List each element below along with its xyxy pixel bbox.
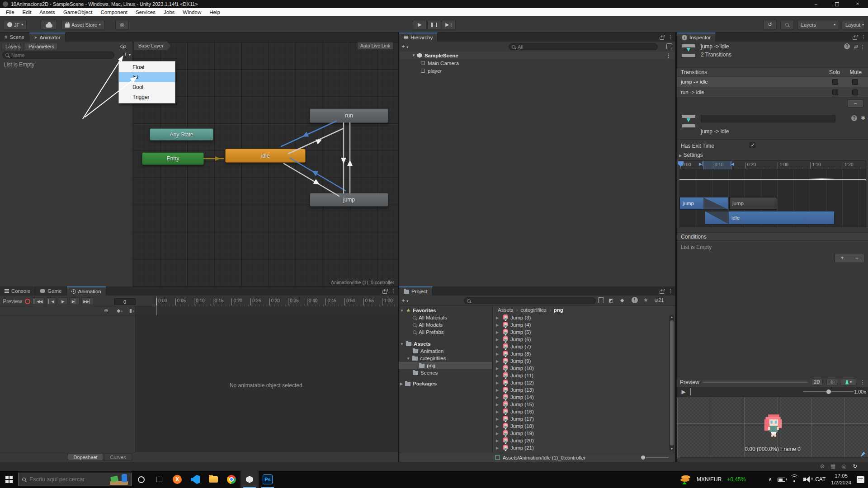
ticker-pair[interactable]: MXN/EUR — [697, 476, 722, 483]
step-button[interactable]: ▶ — [442, 20, 456, 29]
minimize-button[interactable]: – — [806, 0, 826, 8]
expand-arrow-icon[interactable]: ▶ — [496, 446, 500, 450]
solo-checkbox[interactable] — [832, 89, 838, 95]
gear-icon[interactable]: ✱ — [861, 115, 865, 121]
menu-item[interactable]: Edit — [19, 8, 36, 16]
collab-icon[interactable]: ◎ — [842, 463, 846, 469]
kebab-menu-icon[interactable]: ⋮ — [391, 288, 396, 294]
tab-hierarchy[interactable]: Hierarchy — [399, 33, 438, 42]
unity-hub-button[interactable]: ◎ — [115, 20, 129, 29]
thumbnail-size-slider[interactable] — [646, 457, 669, 458]
play-button[interactable]: ▶ — [58, 297, 68, 305]
drag-handle[interactable] — [703, 381, 807, 383]
file-row[interactable]: ▶ Jump (3) — [493, 314, 675, 321]
kebab-menu-icon[interactable]: ⋮ — [860, 44, 865, 50]
unity-taskbar-icon[interactable] — [241, 471, 259, 488]
state-node-idle[interactable]: idle — [225, 149, 306, 163]
parameter-search-input[interactable] — [11, 52, 111, 58]
expand-arrow-icon[interactable]: ▶ — [496, 403, 500, 407]
preview-toggle[interactable]: Preview — [3, 298, 22, 305]
state-node-anystate[interactable]: Any State — [150, 128, 213, 141]
scroll-up-arrow[interactable]: ▲ — [670, 315, 674, 319]
breadcrumb-assets[interactable]: Assets — [498, 307, 514, 313]
file-row[interactable]: ▶ Jump (10) — [493, 365, 675, 372]
hierarchy-search-input[interactable] — [518, 44, 655, 50]
parameters-toggle[interactable]: Parameters — [25, 43, 58, 50]
open-in-window-icon[interactable] — [666, 43, 672, 49]
lock-icon[interactable] — [660, 37, 664, 40]
close-button[interactable]: × — [847, 0, 868, 8]
dopesheet-button[interactable]: Dopesheet — [68, 453, 103, 461]
avatar-icon[interactable]: ▾ — [841, 379, 856, 386]
clock[interactable]: 17:051/2/2024 — [831, 473, 851, 486]
file-row[interactable]: ▶ Jump (4) — [493, 321, 675, 328]
account-button[interactable]: JF▾ — [4, 20, 27, 29]
lock-icon[interactable] — [853, 37, 857, 40]
clip-idle[interactable]: idle — [705, 211, 835, 225]
tree-scenes-folder[interactable]: Scenes — [413, 369, 438, 376]
mute-checkbox[interactable] — [852, 89, 858, 95]
package-manager-icon[interactable]: ▦ — [830, 463, 835, 469]
breadcrumb-png[interactable]: png — [554, 307, 563, 313]
speed-slider-knob[interactable] — [826, 389, 831, 394]
menu-item[interactable]: Window — [179, 8, 205, 16]
expand-arrow-icon[interactable]: ▶ — [496, 352, 500, 356]
warning-icon[interactable]: ! — [632, 297, 638, 303]
eye-icon[interactable] — [120, 45, 126, 48]
kebab-menu-icon[interactable]: ⋮ — [666, 52, 671, 59]
breadcrumb-cutegirlfiles[interactable]: cutegirlfiles — [520, 307, 547, 313]
project-search-input[interactable] — [473, 298, 593, 304]
hierarchy-row-main-camera[interactable]: Main Camera — [399, 59, 675, 67]
settings-foldout-label[interactable]: Settings — [684, 152, 703, 158]
tab-console[interactable]: Console — [0, 286, 35, 296]
prev-frame-button[interactable]: ▏◀ — [46, 297, 56, 305]
xampp-icon[interactable]: X — [168, 471, 186, 488]
scrollbar-thumb[interactable] — [670, 320, 674, 446]
tree-animation-folder[interactable]: Animation — [413, 347, 443, 355]
last-frame-button[interactable]: ▶▶▏ — [81, 297, 94, 305]
lock-icon[interactable] — [382, 291, 387, 294]
file-row[interactable]: ▶ Jump (6) — [493, 336, 675, 343]
hierarchy-search[interactable] — [509, 43, 658, 50]
menu-item[interactable]: File — [2, 8, 19, 16]
expand-arrow-icon[interactable]: ▶ — [496, 410, 500, 414]
hierarchy-row-player[interactable]: player — [399, 67, 675, 75]
file-row[interactable]: ▶ Jump (17) — [493, 415, 675, 422]
expand-arrow-icon[interactable]: ▶ — [496, 374, 500, 378]
preview-scrub-playhead[interactable] — [690, 388, 691, 395]
maximize-button[interactable] — [826, 0, 847, 8]
lock-icon[interactable] — [660, 291, 664, 294]
muted-notifications-icon[interactable]: ⊘ — [820, 463, 825, 469]
scrollbar[interactable]: ▲ ▼ — [669, 315, 674, 451]
remove-condition-button[interactable]: − — [849, 253, 864, 263]
tree-favorites[interactable]: ▼★Favorites — [400, 307, 436, 314]
search-button[interactable] — [780, 20, 794, 29]
expand-arrow-icon[interactable]: ▶ — [496, 395, 500, 399]
expand-arrow-icon[interactable]: ▶ — [496, 366, 500, 371]
task-view-icon[interactable] — [150, 471, 168, 488]
file-row[interactable]: ▶ Jump (5) — [493, 328, 675, 336]
auto-live-link-button[interactable]: Auto Live Link — [357, 42, 393, 50]
expand-arrow-icon[interactable]: ▶ — [496, 439, 500, 443]
mute-checkbox[interactable] — [852, 79, 858, 85]
exit-time-marker[interactable]: ▶▏ — [699, 162, 705, 166]
menu-item-float[interactable]: Float — [119, 62, 175, 72]
parameter-search[interactable] — [2, 52, 114, 59]
tree-packages[interactable]: ▶Packages — [400, 380, 437, 387]
add-condition-button[interactable]: + — [835, 253, 849, 263]
layers-dropdown[interactable]: Layers▾ — [797, 20, 839, 29]
expand-arrow-icon[interactable]: ▶ — [496, 432, 500, 436]
tree-all-prefabs[interactable]: All Prefabs — [413, 328, 444, 336]
menu-item-int[interactable]: Int — [119, 72, 175, 82]
pivot-axis-icon[interactable]: ✛ — [826, 379, 837, 386]
battery-icon[interactable] — [778, 478, 785, 482]
menu-item[interactable]: Component — [96, 8, 131, 16]
transition-row[interactable]: jump -> idle — [677, 77, 868, 87]
asset-store-button[interactable]: Asset Store▾ — [61, 20, 104, 29]
foldout-arrow-icon[interactable]: ▶ — [679, 154, 682, 158]
photoshop-icon[interactable]: Ps — [259, 471, 277, 488]
start-button[interactable] — [0, 471, 18, 488]
animation-ruler[interactable]: 0:000:050:100:150:200:250:300:350:400:45… — [154, 296, 397, 306]
layout-dropdown[interactable]: Layout▾ — [842, 20, 864, 29]
add-event-icon[interactable]: ▮₊ — [129, 308, 135, 314]
